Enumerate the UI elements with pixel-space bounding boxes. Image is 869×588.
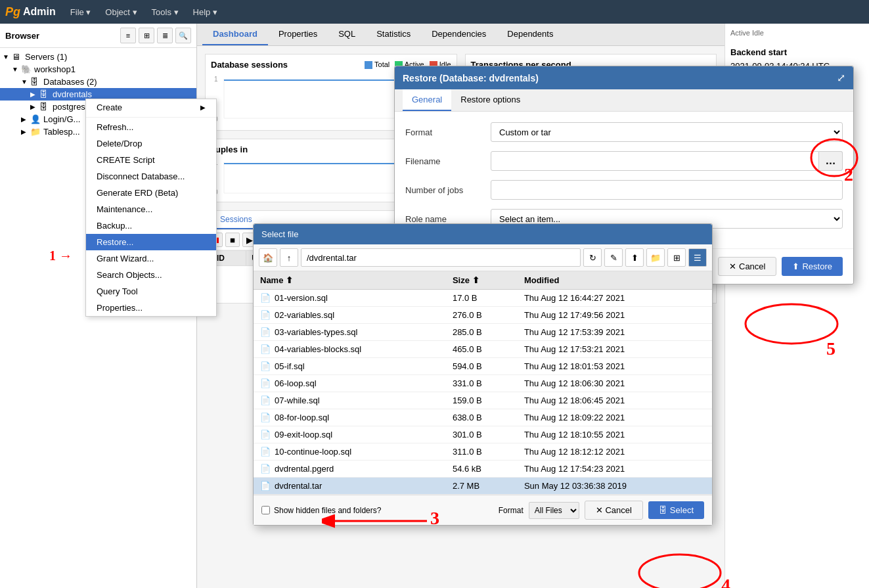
- file-row[interactable]: 📄07-while.sql 159.0 B Thu Aug 12 18:06:4…: [254, 392, 712, 409]
- num-jobs-input[interactable]: [491, 180, 843, 200]
- tree-servers[interactable]: ▼ 🖥 Servers (1): [0, 51, 196, 63]
- file-size-cell: 2.7 MB: [446, 478, 518, 495]
- restore-dialog-close[interactable]: ⤢: [837, 72, 845, 84]
- menu-help[interactable]: Help ▾: [187, 5, 224, 20]
- file-row[interactable]: 📄04-variables-blocks.sql 465.0 B Thu Aug…: [254, 341, 712, 358]
- file-name-cell: 📄01-version.sql: [254, 290, 446, 307]
- file-row[interactable]: 📄01-version.sql 17.0 B Thu Aug 12 16:44:…: [254, 290, 712, 307]
- sidebar-search-btn[interactable]: 🔍: [175, 28, 191, 43]
- home-btn[interactable]: 🏠: [259, 248, 277, 267]
- menu-restore[interactable]: Restore...: [86, 234, 216, 250]
- menu-delete-drop[interactable]: Delete/Drop: [86, 135, 216, 152]
- file-row[interactable]: 📄08-for-loop.sql 638.0 B Thu Aug 12 18:0…: [254, 409, 712, 426]
- menu-disconnect-db[interactable]: Disconnect Database...: [86, 168, 216, 185]
- file-row[interactable]: 📄10-continue-loop.sql 311.0 B Thu Aug 12…: [254, 443, 712, 461]
- file-size-cell: 17.0 B: [446, 290, 518, 307]
- menu-create-script[interactable]: CREATE Script: [86, 152, 216, 168]
- menu-properties[interactable]: Properties...: [86, 300, 216, 316]
- tab-dashboard[interactable]: Dashboard: [202, 24, 268, 45]
- restore-tab-options[interactable]: Restore options: [451, 89, 529, 111]
- file-icon: 📄: [260, 396, 271, 405]
- col-name[interactable]: Name ⬆: [254, 271, 446, 290]
- up-btn[interactable]: ↑: [280, 248, 298, 267]
- filename-input[interactable]: [491, 151, 819, 171]
- edit-btn[interactable]: ✎: [604, 248, 623, 267]
- file-row[interactable]: 📄dvdrental.tar 2.7 MB Sun May 12 03:36:3…: [254, 478, 712, 495]
- col-modified[interactable]: Modified: [518, 271, 712, 290]
- menu-object[interactable]: Object ▾: [99, 5, 143, 20]
- menu-create[interactable]: Create ▶: [86, 99, 216, 116]
- file-icon: 📄: [260, 413, 271, 422]
- file-row[interactable]: 📄02-variables.sql 276.0 B Thu Aug 12 17:…: [254, 307, 712, 324]
- footer-right: Format All Files *.sql *.tar *.backup ✕ …: [499, 501, 704, 520]
- sidebar-btn-3[interactable]: ≣: [157, 28, 173, 43]
- topbar: Pg Admin File ▾ Object ▾ Tools ▾ Help ▾: [0, 0, 869, 24]
- databases-arrow: ▼: [21, 78, 30, 85]
- tab-sql[interactable]: SQL: [328, 24, 366, 45]
- file-modified-cell: Thu Aug 12 18:01:53 2021: [518, 358, 712, 375]
- menu-refresh[interactable]: Refresh...: [86, 119, 216, 135]
- file-path-input[interactable]: [301, 248, 581, 267]
- file-modified-cell: Thu Aug 12 18:12:12 2021: [518, 443, 712, 461]
- sidebar-icon-group: ≡ ⊞ ≣ 🔍: [120, 28, 191, 43]
- filename-browse-btn[interactable]: …: [819, 151, 843, 171]
- list-view-btn[interactable]: ☰: [688, 248, 707, 267]
- menu-grant-wizard[interactable]: Grant Wizard...: [86, 250, 216, 267]
- tab-properties[interactable]: Properties: [268, 24, 328, 45]
- menu-search-objects[interactable]: Search Objects...: [86, 267, 216, 283]
- new-folder-btn[interactable]: 📁: [646, 248, 665, 267]
- postgres-arrow: ▶: [30, 103, 39, 110]
- menu-maintenance[interactable]: Maintenance...: [86, 201, 216, 217]
- restore-tab-general[interactable]: General: [403, 89, 451, 111]
- file-cancel-btn[interactable]: ✕ Cancel: [585, 501, 643, 520]
- active-idle-label: Active Idle: [730, 29, 864, 37]
- file-modified-cell: Thu Aug 12 17:54:23 2021: [518, 461, 712, 478]
- delete-drop-label: Delete/Drop: [97, 139, 142, 148]
- file-size-cell: 301.0 B: [446, 426, 518, 443]
- file-row[interactable]: 📄09-exit-loop.sql 301.0 B Thu Aug 12 18:…: [254, 426, 712, 443]
- menu-tools[interactable]: Tools ▾: [145, 5, 185, 20]
- col-size[interactable]: Size ⬆: [446, 271, 518, 290]
- menu-backup[interactable]: Backup...: [86, 217, 216, 234]
- format-row: Format Custom or tar: [405, 122, 843, 142]
- file-row[interactable]: 📄dvdrental.pgerd 54.6 kB Thu Aug 12 17:5…: [254, 461, 712, 478]
- file-size-cell: 285.0 B: [446, 324, 518, 341]
- square-btn[interactable]: ■: [225, 233, 240, 247]
- file-icon: 📄: [260, 327, 271, 337]
- file-icon: 📄: [260, 430, 271, 440]
- file-icon: 📄: [260, 464, 271, 474]
- file-modified-cell: Thu Aug 12 16:44:27 2021: [518, 290, 712, 307]
- restore-cancel-btn[interactable]: ✕ Cancel: [718, 257, 776, 276]
- dvdrentals-icon: 🗄: [39, 89, 50, 99]
- show-hidden-label: Show hidden files and folders?: [274, 506, 381, 515]
- disconnect-label: Disconnect Database...: [97, 171, 185, 181]
- tab-dependents[interactable]: Dependents: [497, 24, 564, 45]
- restore-submit-btn[interactable]: ⬆ Restore: [782, 257, 843, 276]
- databases-icon: 🗄: [30, 77, 41, 87]
- format-footer-label: Format: [499, 506, 524, 515]
- tab-statistics[interactable]: Statistics: [366, 24, 421, 45]
- tree-workshop1[interactable]: ▼ 🐘 workshop1: [0, 63, 196, 76]
- file-list-area: Name ⬆ Size ⬆ Modified 📄01-version.sql 1…: [254, 271, 712, 495]
- file-select-btn[interactable]: 🗄 Select: [648, 501, 704, 519]
- format-footer-select[interactable]: All Files *.sql *.tar *.backup: [529, 502, 579, 519]
- file-size-cell: 465.0 B: [446, 341, 518, 358]
- tab-dependencies[interactable]: Dependencies: [421, 24, 497, 45]
- file-row[interactable]: 📄05-if.sql 594.0 B Thu Aug 12 18:01:53 2…: [254, 358, 712, 375]
- restore-dialog-title: Restore (Database: dvdrentals): [403, 73, 539, 83]
- file-row[interactable]: 📄06-loop.sql 331.0 B Thu Aug 12 18:06:30…: [254, 375, 712, 392]
- show-hidden-checkbox[interactable]: [261, 506, 270, 514]
- sidebar-btn-1[interactable]: ≡: [120, 28, 136, 43]
- generate-erd-label: Generate ERD (Beta): [97, 188, 178, 198]
- grid-view-btn[interactable]: ⊞: [667, 248, 686, 267]
- menu-generate-erd[interactable]: Generate ERD (Beta): [86, 185, 216, 201]
- upload-btn[interactable]: ⬆: [625, 248, 644, 267]
- tree-databases[interactable]: ▼ 🗄 Databases (2): [0, 76, 196, 88]
- file-size-cell: 638.0 B: [446, 409, 518, 426]
- refresh-btn[interactable]: ↻: [583, 248, 602, 267]
- format-select[interactable]: Custom or tar: [491, 122, 843, 142]
- menu-file[interactable]: File ▾: [64, 5, 98, 20]
- menu-query-tool[interactable]: Query Tool: [86, 283, 216, 300]
- file-row[interactable]: 📄03-variables-types.sql 285.0 B Thu Aug …: [254, 324, 712, 341]
- sidebar-btn-2[interactable]: ⊞: [139, 28, 154, 43]
